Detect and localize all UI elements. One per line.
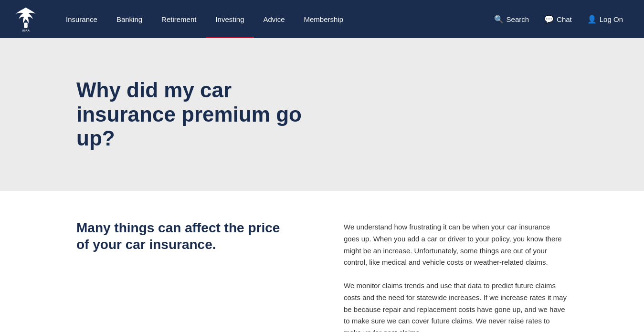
search-button[interactable]: 🔍 Search bbox=[487, 0, 536, 38]
search-label: Search bbox=[507, 15, 529, 23]
logon-label: Log On bbox=[600, 15, 623, 23]
nav-insurance[interactable]: Insurance bbox=[56, 0, 107, 38]
chat-icon: 💬 bbox=[544, 15, 554, 24]
logo-link[interactable]: USAA bbox=[14, 6, 37, 32]
chat-label: Chat bbox=[557, 15, 572, 23]
person-icon: 👤 bbox=[587, 15, 597, 24]
nav-banking[interactable]: Banking bbox=[107, 0, 152, 38]
logon-button[interactable]: 👤 Log On bbox=[581, 0, 630, 38]
page-title: Why did my car insurance premium go up? bbox=[76, 78, 325, 151]
hero-section: Why did my car insurance premium go up? bbox=[0, 38, 644, 191]
content-paragraph-1: We understand how frustrating it can be … bbox=[344, 221, 568, 269]
content-section: Many things can affect the price of your… bbox=[0, 191, 644, 332]
search-icon: 🔍 bbox=[494, 15, 504, 24]
nav-advice[interactable]: Advice bbox=[254, 0, 295, 38]
content-paragraph-2: We monitor claims trends and use that da… bbox=[344, 280, 568, 332]
content-right: We understand how frustrating it can be … bbox=[344, 219, 568, 332]
primary-navigation: Insurance Banking Retirement Investing A… bbox=[56, 0, 487, 38]
site-header: USAA Insurance Banking Retirement Invest… bbox=[0, 0, 644, 38]
utility-nav: 🔍 Search 💬 Chat 👤 Log On bbox=[487, 0, 630, 38]
nav-investing[interactable]: Investing bbox=[206, 0, 253, 38]
content-heading: Many things can affect the price of your… bbox=[76, 219, 296, 253]
svg-text:USAA: USAA bbox=[22, 29, 30, 32]
nav-retirement[interactable]: Retirement bbox=[152, 0, 206, 38]
content-left: Many things can affect the price of your… bbox=[76, 219, 306, 253]
nav-membership[interactable]: Membership bbox=[295, 0, 353, 38]
svg-rect-0 bbox=[24, 22, 27, 28]
chat-button[interactable]: 💬 Chat bbox=[538, 0, 579, 38]
